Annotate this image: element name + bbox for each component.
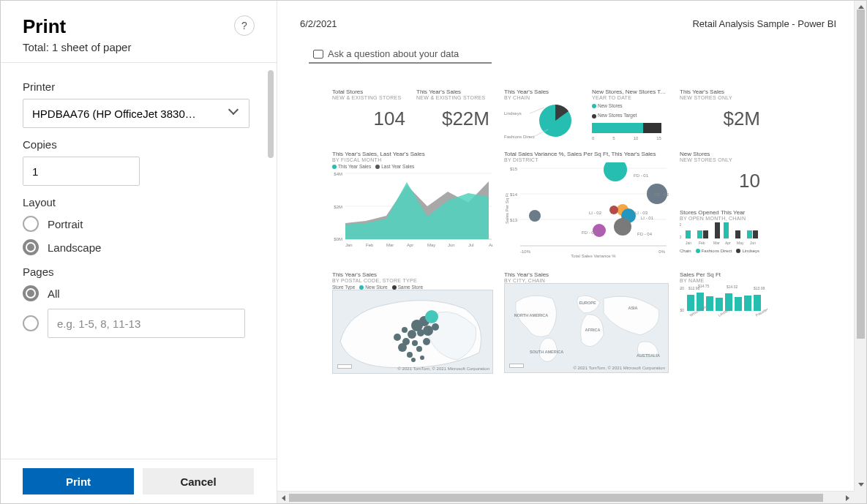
preview-vertical-scrollbar[interactable]: [854, 1, 866, 491]
svg-point-71: [398, 343, 407, 352]
svg-text:FD - 03: FD - 03: [582, 230, 597, 235]
svg-point-77: [402, 327, 408, 333]
svg-point-35: [609, 206, 618, 214]
svg-text:SOUTH AMERICA: SOUTH AMERICA: [530, 350, 563, 354]
print-preview[interactable]: 6/2/2021 Retail Analysis Sample - Power …: [277, 1, 866, 503]
svg-text:$0M: $0M: [334, 237, 342, 241]
bar-chart: $20 $0: [680, 283, 767, 323]
printer-select[interactable]: HPDBAA76 (HP OfficeJet 3830…: [23, 99, 249, 128]
scroll-down-icon[interactable]: [858, 483, 864, 488]
tile-title: New Stores, New Stores Targ…: [592, 89, 669, 95]
tile-title: This Year's Sales: [416, 89, 489, 95]
scrollbar-thumb[interactable]: [857, 10, 865, 339]
pages-all-option[interactable]: All: [23, 285, 255, 301]
pages-custom-option[interactable]: e.g. 1-5, 8, 11-13: [23, 309, 255, 338]
map-visual: NORTH AMERICA SOUTH AMERICA EUROPE AFRIC…: [504, 283, 669, 373]
svg-text:NORTH AMERICA: NORTH AMERICA: [514, 313, 549, 317]
svg-text:0%: 0%: [658, 249, 665, 254]
svg-text:FD - 02: FD - 02: [654, 192, 669, 197]
bar-chart: 2 0: [680, 221, 767, 249]
svg-text:FD - 04: FD - 04: [637, 232, 653, 236]
svg-text:Feb: Feb: [699, 241, 705, 245]
map-credit: © 2021 TomTom, © 2021 Microsoft Corporat…: [398, 366, 489, 371]
svg-rect-55: [747, 230, 752, 238]
svg-point-70: [412, 340, 418, 346]
svg-text:Jun: Jun: [750, 241, 756, 245]
svg-text:Feb: Feb: [366, 243, 374, 247]
map-credit: © 2021 TomTom, © 2021 Microsoft Corporat…: [574, 366, 665, 370]
qa-input: Ask a question about your data: [309, 48, 492, 64]
svg-text:$15: $15: [510, 167, 518, 171]
svg-text:Jan: Jan: [686, 241, 691, 245]
tile-title: This Year's Sales: [504, 89, 581, 95]
tile-title: This Year's Sales: [332, 271, 493, 278]
svg-text:Lindseys: Lindseys: [504, 111, 522, 116]
pages-range-input[interactable]: e.g. 1-5, 8, 11-13: [48, 309, 245, 338]
svg-rect-50: [697, 230, 702, 238]
svg-point-78: [411, 358, 416, 362]
svg-text:AUSTRALIA: AUSTRALIA: [637, 353, 660, 358]
tile-subtitle: BY CITY, CHAIN: [504, 278, 669, 283]
tile-title: Stores Opened This Year: [680, 209, 767, 216]
tile-subtitle: NEW STORES ONLY: [680, 157, 760, 162]
tile-subtitle: BY CHAIN: [504, 95, 581, 100]
print-button[interactable]: Print: [23, 468, 134, 494]
svg-text:Jul: Jul: [468, 243, 474, 247]
svg-point-29: [604, 162, 627, 181]
scrollbar-thumb[interactable]: [289, 494, 823, 502]
copies-label: Copies: [23, 138, 255, 151]
svg-marker-12: [345, 182, 489, 239]
tile-value: $2M: [680, 108, 760, 130]
svg-text:ASIA: ASIA: [628, 306, 637, 310]
svg-text:$14.75: $14.75: [698, 284, 710, 288]
svg-text:$4M: $4M: [334, 172, 342, 176]
radio-icon: [23, 216, 39, 232]
svg-rect-51: [703, 230, 708, 238]
copies-input[interactable]: [23, 157, 140, 186]
svg-point-39: [614, 218, 631, 236]
svg-text:Mar: Mar: [386, 243, 394, 247]
svg-text:$14: $14: [510, 192, 518, 197]
svg-text:Fashions Direct: Fashions Direct: [504, 135, 535, 139]
svg-rect-53: [724, 222, 729, 238]
preview-horizontal-scrollbar[interactable]: [277, 491, 854, 503]
svg-rect-56: [753, 230, 758, 238]
svg-rect-93: [735, 297, 742, 311]
svg-text:0: 0: [680, 235, 681, 239]
layout-portrait-option[interactable]: Portrait: [23, 216, 255, 232]
cancel-button[interactable]: Cancel: [143, 468, 254, 494]
layout-landscape-option[interactable]: Landscape: [23, 239, 255, 255]
svg-text:Apr: Apr: [407, 243, 413, 247]
help-button[interactable]: ?: [234, 15, 255, 36]
svg-point-72: [394, 334, 401, 341]
svg-point-43: [529, 210, 541, 222]
svg-text:Apr: Apr: [725, 241, 731, 245]
tile-title: Sales Per Sq Ft: [680, 271, 767, 278]
pages-label: Pages: [23, 266, 255, 278]
preview-doc-title: Retail Analysis Sample - Power BI: [692, 18, 836, 29]
svg-text:Aug: Aug: [489, 243, 493, 247]
svg-text:Mar: Mar: [713, 241, 720, 245]
svg-text:2: 2: [680, 222, 681, 227]
radio-selected-icon: [23, 239, 39, 255]
svg-rect-52: [715, 222, 720, 238]
tile-subtitle: BY NAME: [680, 278, 767, 283]
scroll-up-icon[interactable]: [858, 4, 864, 9]
scroll-right-icon[interactable]: [846, 495, 851, 501]
svg-point-68: [423, 326, 433, 336]
svg-rect-88: [687, 295, 694, 311]
svg-text:Total Sales Variance %: Total Sales Variance %: [571, 254, 616, 257]
tile-subtitle: NEW & EXISTING STORES: [416, 95, 489, 100]
svg-text:May: May: [427, 243, 435, 247]
radio-selected-icon: [23, 285, 39, 301]
stacked-bar: [592, 123, 661, 133]
panel-scrollbar[interactable]: [268, 70, 274, 158]
scroll-left-icon[interactable]: [280, 495, 285, 501]
svg-text:$13.08: $13.08: [754, 286, 765, 290]
pages-all-label: All: [48, 287, 60, 300]
chevron-down-icon: [230, 108, 240, 119]
svg-point-75: [423, 338, 430, 345]
svg-text:May: May: [737, 241, 744, 245]
tile-title: New Stores: [680, 151, 760, 157]
svg-rect-49: [686, 230, 691, 238]
